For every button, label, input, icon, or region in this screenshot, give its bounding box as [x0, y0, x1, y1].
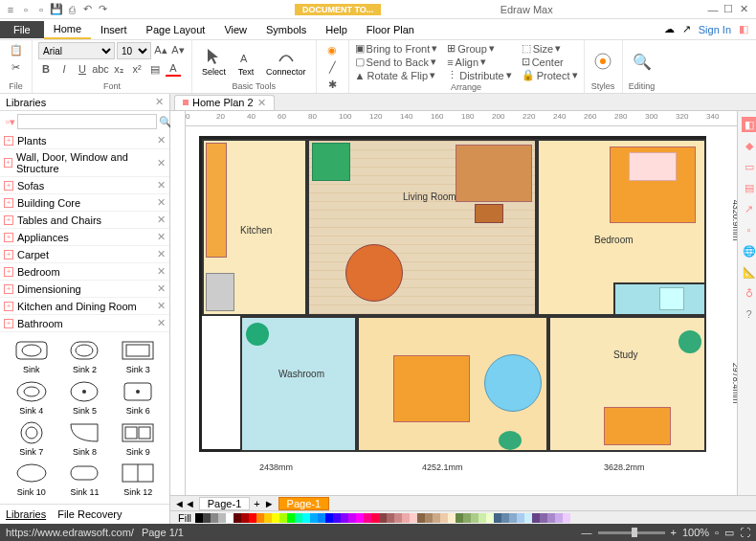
lib-cat-close-icon[interactable]: ✕	[157, 265, 166, 278]
lib-category[interactable]: +Plants✕	[0, 132, 169, 149]
line-icon[interactable]: ╱	[324, 59, 340, 75]
options-icon[interactable]: ◧	[739, 23, 748, 35]
lib-category[interactable]: +Kitchen and Dining Room✕	[0, 298, 169, 315]
color-swatch[interactable]	[501, 513, 509, 523]
expand-icon[interactable]: +	[4, 158, 12, 168]
color-swatch[interactable]	[195, 513, 203, 523]
menu-symbols[interactable]: Symbols	[256, 21, 316, 38]
color-swatch[interactable]	[371, 513, 379, 523]
menu-icon[interactable]: ≡	[4, 3, 17, 16]
shape-item[interactable]: Sink 2	[59, 338, 111, 375]
shape-item[interactable]: Sink 5	[59, 379, 111, 417]
undo-icon[interactable]: ↶	[80, 3, 94, 16]
text-style-icon[interactable]: ✱	[324, 77, 340, 92]
color-swatch[interactable]	[272, 513, 279, 523]
shape-item[interactable]: Sink 7	[6, 420, 57, 458]
connector-side-icon[interactable]: ↗	[742, 201, 757, 216]
libs-tab-libraries[interactable]: Libraries	[6, 508, 46, 520]
image-icon[interactable]: ▭	[742, 159, 757, 174]
color-swatch[interactable]	[402, 513, 410, 523]
color-swatch[interactable]	[486, 513, 494, 523]
color-swatch[interactable]	[302, 513, 310, 523]
color-swatch[interactable]	[471, 513, 478, 523]
select-tool[interactable]: Select	[198, 45, 230, 79]
color-swatch[interactable]	[463, 513, 471, 523]
save-icon[interactable]: 💾	[50, 3, 63, 16]
page-nav-next-icon[interactable]: ►	[264, 498, 275, 509]
lib-category[interactable]: +Building Core✕	[0, 194, 169, 212]
color-swatch[interactable]	[379, 513, 387, 523]
lib-category[interactable]: +Carpet✕	[0, 246, 169, 263]
shape-item[interactable]: Sink 6	[112, 379, 164, 417]
color-swatch[interactable]	[540, 513, 547, 523]
color-swatch[interactable]	[524, 513, 532, 523]
canvas[interactable]: Kitchen Living Room Bedroom	[186, 126, 737, 495]
text-tool[interactable]: A Text	[233, 45, 259, 79]
color-swatch[interactable]	[356, 513, 364, 523]
lib-category[interactable]: +Bathroom✕	[0, 315, 169, 332]
menu-view[interactable]: View	[214, 21, 256, 38]
color-swatch[interactable]	[325, 513, 333, 523]
lib-cat-close-icon[interactable]: ✕	[157, 214, 166, 226]
page-icon[interactable]: ▫	[742, 222, 757, 237]
cloud-icon[interactable]: ☁	[664, 23, 675, 35]
menu-floor-plan[interactable]: Floor Plan	[357, 21, 424, 38]
protect-button[interactable]: 🔒 Protect ▾	[522, 69, 578, 81]
center-button[interactable]: ⊡ Center	[522, 56, 578, 68]
expand-icon[interactable]: +	[4, 302, 13, 311]
expand-icon[interactable]: +	[4, 319, 13, 328]
zoom-in-icon[interactable]: +	[671, 527, 677, 538]
lib-cat-close-icon[interactable]: ✕	[157, 196, 166, 209]
expand-icon[interactable]: +	[4, 267, 13, 277]
color-swatch[interactable]	[448, 513, 456, 523]
library-menu-icon[interactable]: ▫▾	[6, 114, 15, 129]
lib-cat-close-icon[interactable]: ✕	[157, 300, 166, 312]
menu-page-layout[interactable]: Page Layout	[137, 21, 215, 38]
page-tab-main[interactable]: Page-1	[278, 497, 329, 510]
color-swatch[interactable]	[517, 513, 524, 523]
status-url[interactable]: https://www.edrawsoft.com/	[6, 527, 134, 538]
color-swatch[interactable]	[218, 513, 226, 523]
zoom-slider[interactable]	[598, 531, 665, 534]
styles-icon[interactable]	[592, 51, 613, 72]
fullscreen-icon[interactable]: ⛶	[740, 527, 750, 538]
color-swatch[interactable]	[440, 513, 448, 523]
fit-page-icon[interactable]: ▫	[715, 527, 719, 538]
close-icon[interactable]: ✕	[737, 3, 750, 16]
expand-icon[interactable]: +	[4, 198, 13, 208]
ruler-icon[interactable]: 📐	[742, 264, 757, 280]
color-swatch[interactable]	[310, 513, 318, 523]
expand-icon[interactable]: +	[4, 215, 13, 225]
color-swatch[interactable]	[410, 513, 417, 523]
page-add-icon[interactable]: +	[254, 498, 259, 509]
cut-icon[interactable]: ✂	[9, 59, 24, 75]
color-swatch[interactable]	[417, 513, 425, 523]
color-swatch[interactable]	[249, 513, 256, 523]
group-button[interactable]: ⊞ Group ▾	[447, 42, 511, 55]
share-icon[interactable]: ↗	[682, 23, 691, 35]
color-swatch[interactable]	[211, 513, 218, 523]
tab-close-icon[interactable]: ✕	[257, 97, 266, 109]
shape-item[interactable]: Sink 8	[59, 420, 111, 458]
font-size-select[interactable]: 10	[117, 42, 151, 59]
rotate-flip-button[interactable]: ▲ Rotate & Flip ▾	[355, 69, 438, 81]
subscript-icon[interactable]: x₂	[111, 61, 126, 77]
lib-cat-close-icon[interactable]: ✕	[157, 248, 166, 260]
color-swatch[interactable]	[494, 513, 501, 523]
maximize-icon[interactable]: ☐	[722, 3, 735, 16]
grow-font-icon[interactable]: A▴	[153, 42, 168, 57]
color-swatch[interactable]	[287, 513, 295, 523]
color-swatch[interactable]	[555, 513, 563, 523]
open-icon[interactable]: ▫	[34, 3, 48, 16]
shape-item[interactable]: Sink 3	[112, 338, 164, 375]
color-swatch[interactable]	[387, 513, 394, 523]
color-swatch[interactable]	[279, 513, 287, 523]
minimize-icon[interactable]: —	[706, 3, 720, 16]
menu-insert[interactable]: Insert	[91, 21, 137, 38]
page-tab-left[interactable]: Page-1	[199, 497, 250, 510]
font-name-select[interactable]: Arial	[38, 42, 115, 59]
menu-help[interactable]: Help	[316, 21, 357, 38]
color-swatch[interactable]	[394, 513, 402, 523]
expand-icon[interactable]: +	[4, 284, 13, 294]
sign-in-link[interactable]: Sign In	[699, 24, 731, 35]
